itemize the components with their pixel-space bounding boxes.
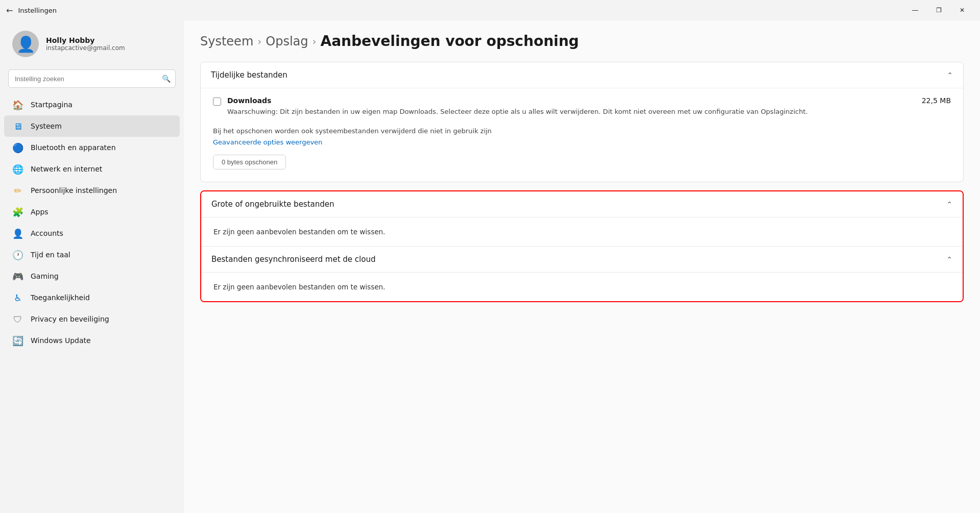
user-section: 👤 Holly Hobby instapcactive@gmail.com [0,20,184,65]
toegankelijkheid-icon: ♿ [12,292,23,303]
sidebar-item-label-netwerk: Netwerk en internet [31,165,102,173]
avatar: 👤 [12,31,39,57]
accounts-icon: 👤 [12,228,23,239]
netwerk-icon: 🌐 [12,163,23,175]
sidebar-item-label-systeem: Systeem [31,122,62,130]
sidebar-item-label-windows-update: Windows Update [31,336,91,345]
user-info: Holly Hobby instapcactive@gmail.com [46,36,125,52]
privacy-icon: 🛡 [12,313,23,325]
sidebar-item-apps[interactable]: 🧩Apps [4,201,180,223]
sidebar-item-label-accounts: Accounts [31,229,63,237]
gesync-chevron: ⌃ [946,255,952,263]
sidebar-item-label-tijd: Tijd en taal [31,251,70,259]
sidebar-item-netwerk[interactable]: 🌐Netwerk en internet [4,158,180,180]
sidebar-item-label-gaming: Gaming [31,272,59,280]
download-info: Downloads Waarschuwing: Dit zijn bestand… [227,96,916,117]
titlebar: ← Instellingen — ❐ ✕ [0,0,980,20]
section-card-inner: Grote of ongebruikte bestanden ⌃ Er zijn… [201,191,963,301]
gaming-icon: 🎮 [12,271,23,282]
settings-window: ← Instellingen — ❐ ✕ 👤 Holly Hobby insta… [0,0,980,513]
search-box: 🔍 [8,69,176,88]
downloads-size: 22,5 MB [922,96,951,105]
titlebar-left: ← Instellingen [6,6,57,15]
sidebar-item-systeem[interactable]: 🖥Systeem [4,115,180,137]
breadcrumb-opslag[interactable]: Opslag [266,34,308,48]
window-title: Instellingen [18,7,57,14]
sidebar-item-label-persoonlijk: Persoonlijke instellingen [31,186,117,194]
windows-update-icon: 🔄 [12,335,23,346]
gesync-title: Bestanden gesynchroniseerd met de cloud [211,255,375,264]
sidebar-item-label-bluetooth: Bluetooth en apparaten [31,143,116,152]
grote-chevron: ⌃ [946,200,952,208]
tijdelijke-body: Downloads Waarschuwing: Dit zijn bestand… [201,88,963,182]
downloads-checkbox[interactable] [213,97,221,106]
gesync-no-files-text: Er zijn geen aanbevolen bestanden om te … [213,283,385,291]
breadcrumb: Systeem › Opslag › Aanbevelingen voor op… [200,33,964,50]
tijdelijke-header[interactable]: Tijdelijke bestanden ⌃ [201,62,963,88]
downloads-name: Downloads [227,96,916,105]
search-icon: 🔍 [162,75,171,83]
tijdelijke-title: Tijdelijke bestanden [211,70,288,80]
gesync-sub: Bestanden gesynchroniseerd met de cloud … [201,246,963,301]
download-left: Downloads Waarschuwing: Dit zijn bestand… [213,96,916,117]
cleanup-info: Bij het opschonen worden ook systeembest… [213,127,951,135]
main-panel: Systeem › Opslag › Aanbevelingen voor op… [184,20,980,513]
sidebar-item-label-startpagina: Startpagina [31,101,73,109]
close-button[interactable]: ✕ [950,2,974,18]
search-input[interactable] [8,69,176,88]
tijdelijke-bestanden-card: Tijdelijke bestanden ⌃ Downloads Waarsch… [200,62,964,182]
gesync-no-files: Er zijn geen aanbevolen bestanden om te … [201,272,963,301]
checkbox-wrap [213,97,221,106]
breadcrumb-systeem[interactable]: Systeem [200,34,253,48]
persoonlijk-icon: ✏️ [12,185,23,196]
user-email: instapcactive@gmail.com [46,44,125,52]
user-name: Holly Hobby [46,36,125,44]
user-icon: 👤 [16,35,35,53]
clean-button[interactable]: 0 bytes opschonen [213,155,286,169]
breadcrumb-sep2: › [313,35,317,47]
sidebar-item-label-toegankelijkheid: Toegankelijkheid [31,294,90,302]
sidebar-item-accounts[interactable]: 👤Accounts [4,223,180,244]
downloads-desc: Waarschuwing: Dit zijn bestanden in uw e… [227,107,916,117]
sidebar-item-bluetooth[interactable]: 🔵Bluetooth en apparaten [4,137,180,158]
grote-title: Grote of ongebruikte bestanden [211,200,334,209]
sidebar-item-gaming[interactable]: 🎮Gaming [4,265,180,287]
grote-header[interactable]: Grote of ongebruikte bestanden ⌃ [201,191,963,217]
sidebar-item-label-privacy: Privacy en beveiliging [31,315,109,323]
sidebar: 👤 Holly Hobby instapcactive@gmail.com 🔍 … [0,20,184,513]
nav-list: 🏠Startpagina🖥Systeem🔵Bluetooth en appara… [0,94,184,351]
sidebar-item-persoonlijk[interactable]: ✏️Persoonlijke instellingen [4,180,180,201]
sidebar-item-privacy[interactable]: 🛡Privacy en beveiliging [4,308,180,330]
back-icon[interactable]: ← [6,6,13,15]
titlebar-controls: — ❐ ✕ [903,2,974,18]
downloads-row: Downloads Waarschuwing: Dit zijn bestand… [213,96,951,117]
main-content: 👤 Holly Hobby instapcactive@gmail.com 🔍 … [0,20,980,513]
maximize-button[interactable]: ❐ [927,2,950,18]
minimize-button[interactable]: — [903,2,927,18]
sidebar-item-startpagina[interactable]: 🏠Startpagina [4,94,180,115]
tijd-icon: 🕐 [12,249,23,260]
breadcrumb-current: Aanbevelingen voor opschoning [321,33,579,50]
grote-no-files-text: Er zijn geen aanbevolen bestanden om te … [213,228,385,236]
sidebar-item-label-apps: Apps [31,208,49,216]
grote-no-files: Er zijn geen aanbevolen bestanden om te … [201,217,963,246]
sidebar-item-toegankelijkheid[interactable]: ♿Toegankelijkheid [4,287,180,308]
sidebar-item-windows-update[interactable]: 🔄Windows Update [4,330,180,351]
bluetooth-icon: 🔵 [12,142,23,153]
breadcrumb-sep1: › [257,35,261,47]
highlighted-section: Grote of ongebruikte bestanden ⌃ Er zijn… [200,190,964,302]
systeem-icon: 🖥 [12,120,23,132]
gesync-header[interactable]: Bestanden gesynchroniseerd met de cloud … [201,247,963,272]
apps-icon: 🧩 [12,206,23,217]
tijdelijke-chevron: ⌃ [947,71,953,79]
advanced-options-link[interactable]: Geavanceerde opties weergeven [213,138,322,146]
startpagina-icon: 🏠 [12,99,23,110]
sidebar-item-tijd[interactable]: 🕐Tijd en taal [4,244,180,265]
